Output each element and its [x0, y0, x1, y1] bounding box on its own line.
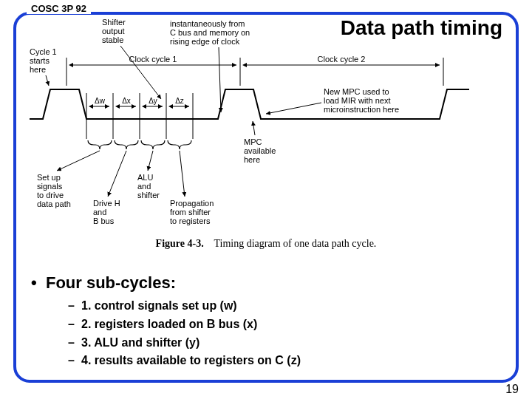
- subcycle-3: 3. ALU and shifter (y): [81, 334, 200, 352]
- cycle1-start-label: Cycle 1 starts here: [30, 47, 59, 74]
- svg-line-5: [46, 75, 49, 86]
- caption-text: Timing diagram of one data path cycle.: [214, 238, 376, 249]
- timing-diagram: Clock cycle 1 Clock cycle 2 Cycle 1 star…: [30, 19, 469, 233]
- svg-line-22: [266, 103, 321, 114]
- page-number: 19: [505, 383, 519, 396]
- subcycle-4: 4. results available to registers on C (…: [81, 352, 301, 370]
- figure-caption: Figure 4-3. Timing diagram of one data p…: [0, 238, 532, 250]
- main-bullet: • Four sub-cycles:: [31, 273, 176, 293]
- svg-line-19: [148, 151, 153, 171]
- svg-line-20: [180, 151, 185, 197]
- delta-x: Δx: [122, 97, 131, 105]
- delta-z: Δz: [175, 97, 184, 105]
- shifter-output-label: Shifter output stable: [102, 19, 128, 44]
- svg-line-7: [219, 47, 221, 112]
- registers-loaded-label: Registers loaded instantaneously from C …: [170, 19, 252, 46]
- slide-title: Data path timing: [341, 16, 502, 40]
- setup-label: Set up signals to drive data path: [37, 173, 71, 208]
- svg-line-17: [57, 151, 100, 171]
- clock-cycle-2-label: Clock cycle 2: [318, 55, 366, 64]
- mpc-available-label: MPC available here: [244, 137, 278, 164]
- delta-y: Δy: [149, 97, 157, 105]
- subcycle-2: 2. registers loaded on B bus (x): [81, 316, 257, 334]
- clock-cycle-1-label: Clock cycle 1: [129, 55, 177, 64]
- drive-label: Drive H and B bus: [93, 199, 123, 225]
- new-mpc-label: New MPC used to load MIR with next micro…: [324, 87, 399, 114]
- main-bullet-text: Four sub-cycles:: [46, 273, 176, 292]
- delta-w: Δw: [95, 97, 106, 105]
- svg-line-21: [253, 121, 255, 135]
- prop-label: Propagation from shifter to registers: [170, 199, 216, 225]
- subcycle-1: 1. control signals set up (w): [81, 297, 237, 316]
- alu-label: ALU and shifter: [137, 173, 160, 200]
- svg-line-6: [120, 46, 161, 99]
- course-code: COSC 3P 92: [27, 3, 91, 14]
- caption-bold: Figure 4-3.: [156, 238, 204, 249]
- svg-line-18: [108, 151, 126, 197]
- subcycle-list: –1. control signals set up (w) –2. regis…: [68, 297, 301, 370]
